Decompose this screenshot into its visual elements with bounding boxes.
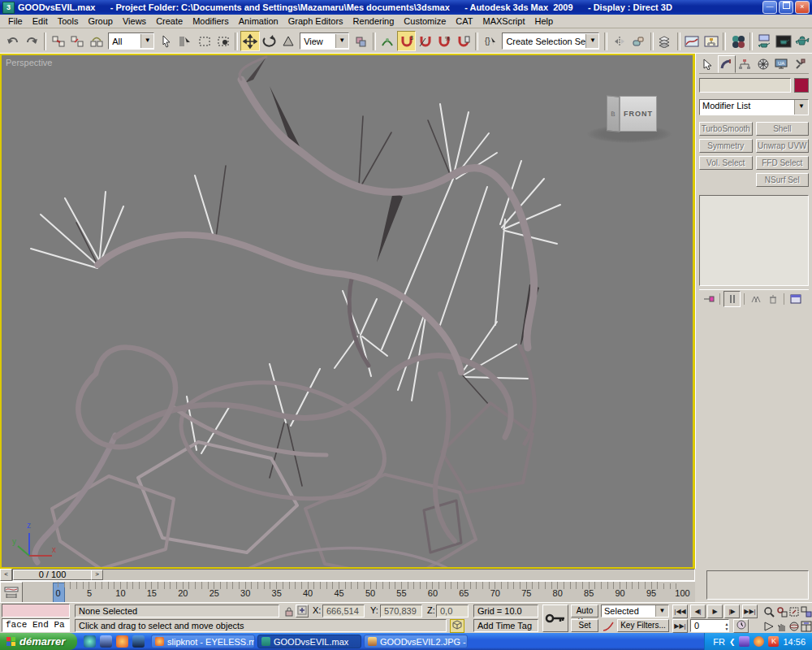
perspective-viewport[interactable]: Perspective (2, 55, 693, 567)
app-shortcut2-icon[interactable] (132, 635, 145, 648)
modifier-button-ffd-select[interactable]: FFD Select (756, 156, 810, 170)
select-and-scale-button[interactable] (279, 31, 297, 51)
modifier-button-vol-select[interactable]: Vol. Select (699, 156, 753, 170)
menu-help[interactable]: Help (529, 15, 558, 27)
set-key-button[interactable]: Set Key (571, 619, 598, 632)
previous-frame-button[interactable]: ◀| (690, 604, 706, 618)
maximize-viewport-toggle[interactable] (799, 619, 812, 633)
modifier-button-nsurf-sel[interactable]: NSurf Sel (756, 173, 810, 187)
menu-graph-editors[interactable]: Graph Editors (283, 15, 348, 27)
ie-icon[interactable] (84, 635, 96, 648)
tray-app-icon-2[interactable] (754, 636, 764, 647)
unlink-selection-button[interactable] (68, 31, 87, 51)
material-editor-button[interactable] (728, 31, 747, 51)
tray-chevron-icon[interactable]: ❮ (729, 638, 736, 646)
undo-button[interactable] (3, 31, 22, 51)
task-firefox-window[interactable]: slipknot - EYELESS.m... (151, 635, 255, 648)
menu-animation[interactable]: Animation (234, 15, 283, 27)
key-mode-dropdown[interactable]: Selected ▼ (601, 604, 669, 618)
select-and-link-button[interactable] (49, 31, 67, 51)
play-button[interactable]: ▶ (707, 604, 723, 618)
reference-coordinate-system-dropdown[interactable]: View ▼ (300, 32, 349, 50)
clock[interactable]: 14:56 (783, 637, 806, 647)
angle-snap-toggle-button[interactable] (416, 31, 434, 51)
select-and-rotate-button[interactable] (260, 31, 279, 51)
menu-group[interactable]: Group (83, 15, 118, 27)
modifier-button-shell[interactable]: Shell (756, 122, 810, 136)
rendered-frame-window-button[interactable] (774, 31, 793, 51)
menu-rendering[interactable]: Rendering (348, 15, 400, 27)
time-slider-prev-button[interactable]: < (0, 569, 12, 581)
auto-key-button[interactable]: Auto Key (571, 604, 598, 618)
tab-display[interactable]: UA (772, 55, 791, 73)
maxscript-listener-pane[interactable]: face End Pa (2, 618, 70, 632)
next-frame-button[interactable]: |▶ (724, 604, 740, 618)
menu-modifiers[interactable]: Modifiers (188, 15, 234, 27)
redo-button[interactable] (22, 31, 41, 51)
bind-to-space-warp-button[interactable] (87, 31, 106, 51)
viewcube-front-face[interactable]: FRONT (620, 96, 657, 132)
x-coordinate-field[interactable]: 666,514 (322, 604, 365, 618)
menu-cat[interactable]: CAT (451, 15, 477, 27)
spinner-snap-toggle-button[interactable] (454, 31, 473, 51)
trackbar-ruler[interactable]: 0510152025303540455055606570758085909510… (23, 582, 695, 603)
key-filters-button[interactable]: Key Filters... (617, 619, 669, 632)
start-button[interactable]: démarrer (0, 633, 77, 650)
modifier-stack-list[interactable] (699, 195, 809, 286)
menu-customize[interactable]: Customize (399, 15, 451, 27)
viewcube[interactable]: B FRONT (585, 94, 675, 145)
quick-render-button[interactable] (793, 31, 812, 51)
time-configuration-button[interactable] (733, 619, 749, 633)
schematic-view-button[interactable] (702, 31, 720, 51)
percent-snap-toggle-button[interactable]: % (435, 31, 454, 51)
select-and-move-button[interactable] (240, 31, 259, 51)
show-end-result-button[interactable] (723, 291, 741, 307)
firefox-icon[interactable] (116, 635, 128, 648)
rectangular-selection-region-button[interactable] (195, 31, 214, 51)
tab-modify[interactable] (718, 55, 736, 73)
tab-motion[interactable] (754, 55, 773, 73)
task-3dsmax-window[interactable]: GOODvsEVIL.max (257, 635, 361, 648)
menu-create[interactable]: Create (151, 15, 188, 27)
app-shortcut-icon[interactable] (100, 635, 112, 648)
render-setup-button[interactable] (755, 31, 774, 51)
named-selection-sets-button[interactable]: {} (481, 31, 499, 51)
go-to-end-button[interactable]: ▶▶| (742, 604, 758, 618)
task-image-viewer-window[interactable]: GOODvsEVIL2.JPG - ... (364, 635, 468, 648)
time-slider-track[interactable]: 0 / 100 > (12, 569, 695, 581)
y-coordinate-field[interactable]: 570,839 (380, 604, 422, 618)
minimize-button[interactable]: — (762, 1, 777, 14)
mirror-button[interactable] (610, 31, 628, 51)
restore-button[interactable] (779, 1, 793, 14)
snaps-toggle-button[interactable]: 3 (397, 31, 416, 51)
select-and-manipulate-button[interactable] (378, 31, 397, 51)
tab-utilities[interactable] (791, 55, 810, 73)
object-name-field[interactable] (699, 78, 791, 93)
viewcube-side-face[interactable]: B (607, 95, 620, 132)
named-selection-set-dropdown[interactable]: Create Selection Set ▼ (502, 32, 599, 50)
language-indicator[interactable]: FR (713, 637, 725, 647)
z-coordinate-field[interactable]: 0,0 (436, 604, 469, 618)
select-object-button[interactable] (157, 31, 175, 51)
menu-views[interactable]: Views (118, 15, 151, 27)
menu-tools[interactable]: Tools (53, 15, 84, 27)
tab-create[interactable] (699, 55, 718, 73)
pin-stack-button[interactable] (701, 292, 716, 306)
close-button[interactable]: × (795, 1, 810, 14)
menu-edit[interactable]: Edit (28, 15, 53, 27)
set-keys-button[interactable] (542, 604, 568, 632)
remove-modifier-button[interactable] (765, 292, 780, 306)
tray-app-icon-1[interactable] (739, 636, 749, 647)
adaptive-degradation-toggle[interactable] (450, 619, 464, 633)
modifier-button-symmetry[interactable]: Symmetry (699, 139, 753, 153)
add-time-tag-field[interactable]: Add Time Tag (473, 619, 538, 632)
window-crossing-button[interactable] (214, 31, 232, 51)
menu-maxscript[interactable]: MAXScript (478, 15, 530, 27)
go-to-start-button[interactable]: |◀◀ (672, 604, 688, 618)
object-color-swatch[interactable] (794, 78, 809, 93)
modifier-button-turbosmooth[interactable]: TurboSmooth (699, 122, 753, 136)
frame-spinner[interactable]: ▲▼ (723, 619, 731, 633)
menu-file[interactable]: File (3, 15, 28, 27)
time-slider-next-button[interactable]: > (91, 570, 103, 580)
default-tangents-icon[interactable] (601, 619, 615, 633)
